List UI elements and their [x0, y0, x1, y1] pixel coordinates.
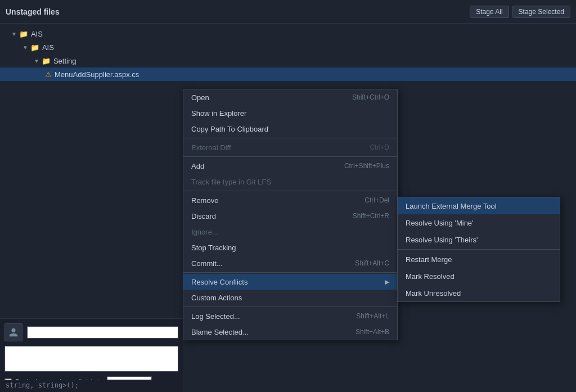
toolbar-buttons: Stage All Stage Selected	[470, 6, 570, 18]
menu-shortcut: Ctrl+D	[370, 143, 389, 151]
code-text: string, string>();	[6, 381, 79, 389]
menu-shortcut: Ctrl+Shift+Plus	[344, 162, 389, 170]
menu-item-add[interactable]: Add Ctrl+Shift+Plus	[183, 158, 397, 174]
context-menu: Open Shift+Ctrl+O Show in Explorer Copy …	[183, 89, 398, 340]
submenu-resolve-conflicts: Launch External Merge Tool Resolve Using…	[397, 197, 560, 302]
menu-label: Add	[191, 162, 204, 170]
folder-icon: 📁	[19, 30, 28, 38]
submenu-label: Mark Resolved	[406, 272, 454, 281]
menu-separator	[183, 156, 397, 157]
menu-label: External Diff	[191, 143, 231, 152]
submenu-label: Restart Merge	[406, 255, 452, 264]
submenu-label: Resolve Using 'Mine'	[406, 219, 474, 227]
submenu-item-launch-merge-tool[interactable]: Launch External Merge Tool	[398, 197, 560, 214]
menu-shortcut: Shift+Alt+C	[355, 259, 389, 267]
submenu-label: Mark Unresolved	[406, 289, 461, 298]
menu-label: Ignore...	[191, 228, 218, 236]
submenu-item-restart-merge[interactable]: Restart Merge	[398, 251, 560, 268]
submenu-label: Launch External Merge Tool	[406, 202, 497, 210]
menu-label: Commit...	[191, 259, 223, 268]
menu-item-discard[interactable]: Discard Shift+Ctrl+R	[183, 208, 397, 224]
tree-item-setting[interactable]: ▼ 📁 Setting	[0, 54, 576, 67]
avatar	[4, 323, 22, 341]
menu-item-commit[interactable]: Commit... Shift+Alt+C	[183, 255, 397, 271]
menu-shortcut: Shift+Ctrl+R	[353, 212, 389, 220]
tree-item-label: AIS	[31, 30, 43, 38]
panel-title: Unstaged files	[6, 7, 60, 16]
menu-shortcut: Shift+Alt+B	[356, 328, 389, 336]
user-icon	[8, 327, 19, 337]
tree-item-label: Setting	[53, 57, 76, 65]
menu-item-ignore: Ignore...	[183, 224, 397, 240]
folder-icon: 📁	[30, 43, 39, 52]
stage-all-button[interactable]: Stage All	[470, 6, 508, 18]
menu-label: Show in Explorer	[191, 109, 246, 118]
folder-icon: 📁	[42, 57, 51, 65]
menu-item-external-diff: External Diff Ctrl+D	[183, 139, 397, 155]
commit-message-input[interactable]	[4, 346, 178, 372]
menu-item-show-explorer[interactable]: Show in Explorer	[183, 105, 397, 121]
menu-separator	[183, 307, 397, 307]
menu-label: Resolve Conflicts	[191, 278, 248, 286]
menu-label: Log Selected...	[191, 312, 240, 321]
menu-label: Custom Actions	[191, 294, 242, 302]
submenu-separator	[398, 249, 560, 250]
menu-item-log-selected[interactable]: Log Selected... Shift+Alt+L	[183, 308, 397, 324]
menu-item-copy-path[interactable]: Copy Path To Clipboard	[183, 121, 397, 137]
menu-item-track-lfs: Track file type in Git LFS	[183, 174, 397, 190]
tree-item-label: AIS	[42, 43, 54, 52]
menu-label: Track file type in Git LFS	[191, 178, 271, 186]
menu-shortcut: Shift+Alt+L	[356, 312, 389, 320]
menu-label: Copy Path To Clipboard	[191, 125, 268, 133]
expand-arrow: ▼	[34, 58, 39, 64]
author-input[interactable]	[27, 326, 178, 339]
tree-item-label: MenuAddSupplier.aspx.cs	[55, 70, 139, 79]
menu-item-open[interactable]: Open Shift+Ctrl+O	[183, 89, 397, 105]
menu-label: Discard	[191, 212, 216, 220]
code-line: string, string>();	[0, 380, 183, 392]
avatar-row	[4, 323, 178, 341]
menu-separator	[183, 138, 397, 138]
menu-item-blame-selected[interactable]: Blame Selected... Shift+Alt+B	[183, 324, 397, 340]
menu-shortcut: Shift+Ctrl+O	[352, 93, 389, 101]
tree-item-menuaddsupplier[interactable]: ⚠ MenuAddSupplier.aspx.cs	[0, 67, 576, 81]
menu-shortcut: Ctrl+Del	[364, 196, 389, 204]
top-bar: Unstaged files Stage All Stage Selected	[0, 0, 576, 24]
menu-label: Open	[191, 93, 209, 102]
submenu-item-mark-resolved[interactable]: Mark Resolved	[398, 268, 560, 285]
submenu-item-resolve-mine[interactable]: Resolve Using 'Mine'	[398, 214, 560, 231]
menu-item-remove[interactable]: Remove Ctrl+Del	[183, 192, 397, 208]
submenu-item-mark-unresolved[interactable]: Mark Unresolved	[398, 285, 560, 301]
expand-arrow: ▼	[22, 44, 28, 51]
stage-selected-button[interactable]: Stage Selected	[512, 6, 570, 18]
tree-item-ais-inner[interactable]: ▼ 📁 AIS	[0, 40, 576, 54]
submenu-label: Resolve Using 'Theirs'	[406, 236, 478, 244]
tree-item-ais-root[interactable]: ▼ 📁 AIS	[0, 27, 576, 40]
menu-item-resolve-conflicts[interactable]: Resolve Conflicts ▶	[183, 274, 397, 290]
menu-separator	[183, 272, 397, 273]
menu-label: Remove	[191, 196, 218, 205]
menu-separator	[183, 191, 397, 191]
menu-label: Stop Tracking	[191, 244, 236, 252]
menu-item-custom-actions[interactable]: Custom Actions	[183, 290, 397, 305]
expand-arrow: ▼	[11, 31, 17, 37]
file-tree: ▼ 📁 AIS ▼ 📁 AIS ▼ 📁 Setting ⚠ MenuAddSup…	[0, 24, 576, 84]
submenu-arrow-icon: ▶	[385, 278, 389, 286]
menu-item-stop-tracking[interactable]: Stop Tracking	[183, 240, 397, 255]
warning-icon: ⚠	[45, 70, 52, 79]
submenu-item-resolve-theirs[interactable]: Resolve Using 'Theirs'	[398, 231, 560, 248]
menu-label: Blame Selected...	[191, 328, 249, 336]
